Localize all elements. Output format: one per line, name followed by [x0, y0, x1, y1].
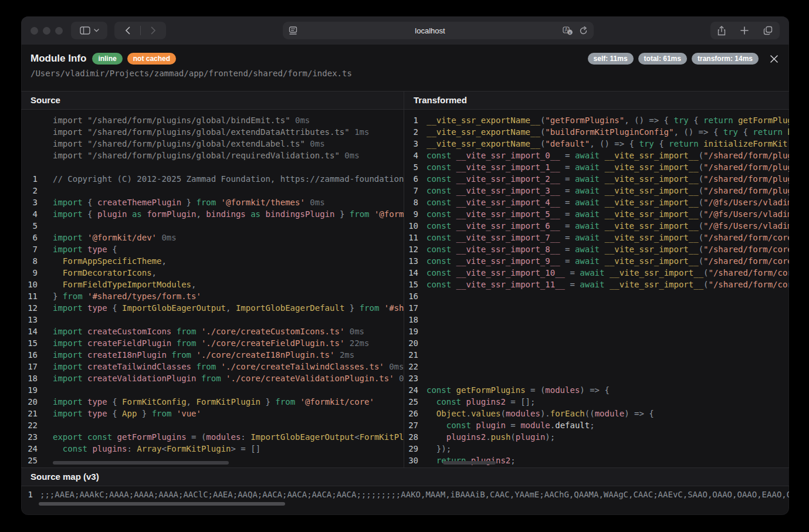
line-number: 3 [21, 196, 53, 208]
close-window-button[interactable] [31, 27, 38, 35]
code-text [53, 419, 404, 431]
zoom-window-button[interactable] [55, 27, 63, 35]
window-controls [31, 27, 63, 35]
back-button[interactable] [115, 22, 140, 39]
code-text: FormDecoratorIcons, [53, 267, 404, 279]
line-number: 16 [404, 290, 426, 302]
new-tab-icon[interactable] [740, 26, 749, 35]
code-line: 13const __vite_ssr_import_9__ = await __… [404, 255, 789, 267]
code-line: 17 [404, 302, 789, 314]
tab-overview-icon[interactable] [763, 26, 773, 35]
code-line: 19 [21, 384, 404, 396]
code-line: 2__vite_ssr_exportName__("buildFormKitPl… [404, 126, 789, 138]
code-text [426, 372, 789, 384]
total-time-badge: total: 61ms [638, 53, 687, 65]
line-number [21, 150, 53, 161]
line-number: 24 [21, 443, 53, 455]
line-number: 13 [21, 314, 53, 326]
line-number: 15 [21, 337, 53, 349]
source-panel-title: Source [21, 92, 404, 110]
line-number: 19 [404, 326, 426, 337]
transformed-code-area[interactable]: 1__vite_ssr_exportName__("getFormPlugins… [404, 110, 789, 467]
reader-icon[interactable] [289, 26, 297, 35]
code-line: 12const __vite_ssr_import_8__ = await __… [404, 243, 789, 255]
code-text: FormFieldTypeImportModules, [53, 279, 404, 290]
code-line: 28 plugins2.push(plugin); [404, 431, 789, 443]
line-number [21, 161, 53, 173]
source-code-area[interactable]: import "/shared/form/plugins/global/bind… [21, 110, 404, 467]
code-line: 18 [404, 314, 789, 326]
line-number: 25 [404, 396, 426, 408]
code-text [53, 161, 404, 173]
code-line: 12import type { ImportGlobEagerOutput, I… [21, 302, 404, 314]
sidebar-toggle-button[interactable] [71, 22, 107, 39]
line-number: 8 [21, 255, 53, 267]
code-text: plugins2.push(plugin); [426, 431, 789, 443]
code-text: return plugins2; [426, 455, 789, 466]
line-number: 5 [404, 161, 426, 173]
sourcemap-code-area[interactable]: 1;;;AAEA;AAAkC;AAAA;AAAA;AAAA;AAClC;AAEA… [21, 486, 789, 500]
code-text [53, 384, 404, 396]
line-number: 6 [404, 173, 426, 185]
code-line: 26 Object.values(modules).forEach((modul… [404, 408, 789, 419]
line-number: 16 [21, 349, 53, 361]
code-text: const plugins: Array<FormKitPlugin> = [] [53, 443, 404, 455]
code-line: 15const __vite_ssr_import_11__ = await _… [404, 279, 789, 290]
forward-button[interactable] [141, 22, 166, 39]
line-number: 2 [21, 185, 53, 196]
sourcemap-horizontal-scrollbar[interactable] [39, 502, 285, 506]
close-button[interactable] [768, 53, 780, 65]
timing-stats: self: 11ms total: 61ms transform: 14ms [588, 53, 759, 65]
line-number: 26 [404, 408, 426, 419]
line-number: 10 [404, 220, 426, 232]
browser-window: localhost A x [21, 16, 789, 515]
minimize-window-button[interactable] [43, 27, 50, 35]
share-icon[interactable] [717, 26, 726, 36]
translate-icon[interactable]: A x [563, 26, 573, 35]
code-line: 7const __vite_ssr_import_3__ = await __v… [404, 185, 789, 196]
code-text: __vite_ssr_exportName__("buildFormKitPlu… [426, 126, 789, 138]
code-text: import type { ImportGlobEagerOutput, Imp… [53, 302, 404, 314]
code-line: 9const __vite_ssr_import_5__ = await __v… [404, 208, 789, 220]
code-line: 5 [21, 220, 404, 232]
code-text: import createValidationPlugin from './co… [53, 372, 404, 384]
code-line: 16import createI18nPlugin from './core/c… [21, 349, 404, 361]
svg-text:x: x [568, 30, 571, 35]
address-bar[interactable]: localhost A x [283, 22, 594, 39]
line-number: 3 [404, 138, 426, 150]
line-number: 12 [404, 243, 426, 255]
code-line: 17import createTailwindClasses from './c… [21, 361, 404, 372]
sourcemap-section: Source map (v3) 1;;;AAEA;AAAkC;AAAA;AAAA… [21, 467, 789, 514]
line-number: 11 [404, 232, 426, 243]
code-text: import { createThemePlugin } from '@form… [53, 196, 404, 208]
code-line: 24const getFormPlugins = (modules) => { [404, 384, 789, 396]
code-line: 21 [404, 349, 789, 361]
source-horizontal-scrollbar[interactable] [53, 461, 229, 465]
code-text: import type { FormKitConfig, FormKitPlug… [53, 396, 404, 408]
line-number: 22 [404, 361, 426, 372]
code-line: 1;;;AAEA;AAAkC;AAAA;AAAA;AAAA;AAClC;AAEA… [21, 489, 789, 500]
line-number: 22 [21, 419, 53, 431]
source-panel: Source import "/shared/form/plugins/glob… [21, 92, 404, 467]
code-text: }); [426, 443, 789, 455]
code-text [426, 337, 789, 349]
code-text: export const getFormPlugins = (modules: … [53, 431, 404, 443]
code-line: 4const __vite_ssr_import_0__ = await __v… [404, 150, 789, 161]
code-text: const plugins2 = []; [426, 396, 789, 408]
code-line: 22 [21, 419, 404, 431]
code-text [426, 290, 789, 302]
code-text: __vite_ssr_exportName__("getFormPlugins"… [426, 114, 789, 126]
line-number: 18 [404, 314, 426, 326]
code-text: const __vite_ssr_import_4__ = await __vi… [426, 196, 789, 208]
line-number: 4 [404, 150, 426, 161]
reload-icon[interactable] [579, 26, 588, 35]
code-line: 8 FormAppSpecificTheme, [21, 255, 404, 267]
line-number: 19 [21, 384, 53, 396]
line-number: 17 [21, 361, 53, 372]
code-text: // Copyright (C) 2012-2025 Zammad Founda… [53, 173, 404, 185]
transformed-horizontal-scrollbar[interactable] [443, 461, 496, 465]
nav-buttons [114, 22, 166, 39]
code-line: 21import type { App } from 'vue' [21, 408, 404, 419]
code-line: 24 const plugins: Array<FormKitPlugin> =… [21, 443, 404, 455]
line-number: 29 [404, 443, 426, 455]
